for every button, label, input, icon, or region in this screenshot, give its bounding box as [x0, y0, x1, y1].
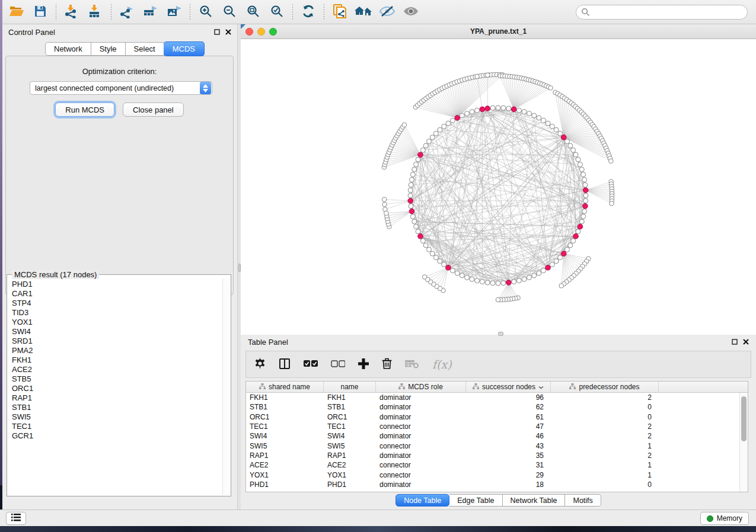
import-table-icon: [88, 4, 103, 20]
table-row[interactable]: ACE2ACE2connector311: [246, 460, 748, 470]
criterion-select[interactable]: largest connected component (undirected): [30, 81, 212, 95]
table-row[interactable]: SWI5SWI5connector431: [246, 441, 748, 450]
float-panel-icon[interactable]: [214, 28, 220, 37]
column-header-MCDS-role[interactable]: MCDS role: [376, 382, 466, 392]
mcds-result-item[interactable]: STP4: [12, 299, 222, 308]
delete-column-button[interactable]: [382, 358, 392, 371]
import-network-button[interactable]: [60, 2, 84, 22]
save-session-button[interactable]: [28, 2, 52, 22]
tab-style[interactable]: Style: [91, 42, 126, 56]
close-panel-button[interactable]: Close panel: [123, 102, 184, 117]
column-header-shared-name[interactable]: shared name: [246, 382, 324, 392]
mcds-result-item[interactable]: PHD1: [12, 280, 222, 289]
mcds-result-item[interactable]: TID3: [12, 308, 222, 318]
table-row[interactable]: FKH1FKH1dominator962: [246, 393, 748, 402]
cell-name: SWI4: [324, 432, 376, 440]
mcds-result-item[interactable]: STB1: [12, 403, 222, 412]
column-header-name[interactable]: name: [324, 382, 376, 392]
mcds-result-item[interactable]: CAR1: [12, 289, 222, 299]
table-row[interactable]: PHD1PHD1dominator180: [246, 480, 748, 489]
export-network-icon: [119, 4, 135, 20]
mcds-result-item[interactable]: ORC1: [12, 384, 222, 393]
clone-network-button[interactable]: [328, 2, 352, 22]
memory-status-icon: [707, 515, 713, 522]
table-row[interactable]: STB1STB1dominator620: [246, 402, 748, 412]
show-all-button[interactable]: [399, 2, 423, 22]
mcds-result-item[interactable]: FKH1: [12, 355, 222, 365]
unchecked-boxes-icon: [331, 360, 345, 370]
close-panel-icon[interactable]: [225, 28, 231, 37]
cell-shared-name: STB1: [246, 403, 324, 411]
tab-edge-table[interactable]: Edge Table: [449, 494, 502, 507]
zoom-out-button[interactable]: [218, 2, 241, 22]
import-table-button[interactable]: [84, 2, 107, 22]
select-all-columns-button[interactable]: [304, 360, 318, 370]
memory-button[interactable]: Memory: [700, 512, 749, 525]
vertical-splitter-handle[interactable]: [238, 264, 241, 272]
table-row[interactable]: ORC1ORC1dominator610: [246, 412, 748, 422]
search-input[interactable]: [576, 5, 748, 20]
mcds-result-item[interactable]: SWI5: [12, 412, 222, 422]
table-scrollbar-thumb[interactable]: [741, 396, 747, 441]
mcds-result-list[interactable]: PHD1CAR1STP4TID3YOX1SWI4SRD1PMA2FKH1ACE2…: [8, 278, 222, 495]
refresh-icon: [301, 4, 315, 20]
dock-corner-marker: [241, 24, 245, 29]
table-row[interactable]: RAP1RAP1dominator352: [246, 451, 748, 460]
tab-network[interactable]: Network: [45, 42, 91, 56]
tab-select[interactable]: Select: [126, 42, 164, 56]
zoom-selected-button[interactable]: [265, 2, 289, 22]
hide-selected-button[interactable]: [375, 2, 399, 22]
mcds-result-item[interactable]: SWI4: [12, 327, 222, 336]
tab-mcds[interactable]: MCDS: [164, 41, 205, 56]
search-field-wrap: [576, 5, 748, 20]
cell-predecessor-nodes: 2: [551, 422, 659, 431]
table-row[interactable]: TEC1TEC1connector472: [246, 422, 748, 431]
export-table-button[interactable]: [139, 2, 162, 22]
show-columns-button[interactable]: [279, 358, 291, 371]
mcds-result-item[interactable]: SRD1: [12, 336, 222, 346]
status-bar: Memory: [0, 509, 756, 526]
first-neighbors-button[interactable]: [352, 2, 375, 22]
open-file-button[interactable]: [5, 2, 28, 22]
mcds-result-item[interactable]: PMA2: [12, 346, 222, 355]
network-canvas[interactable]: [241, 39, 756, 335]
tab-network-table[interactable]: Network Table: [503, 494, 566, 507]
tab-node-table[interactable]: Node Table: [395, 494, 449, 507]
toolbar-separator: [324, 4, 324, 20]
run-mcds-button[interactable]: Run MCDS: [55, 102, 114, 117]
eye-slash-icon: [379, 4, 395, 20]
mcds-result-item[interactable]: ACE2: [12, 365, 222, 374]
column-header-predecessor-nodes[interactable]: predecessor nodes: [551, 382, 659, 392]
table-toolbar: f(x): [245, 351, 751, 378]
zoom-fit-button[interactable]: [241, 2, 265, 22]
cell-shared-name: SWI5: [246, 442, 324, 450]
table-settings-button[interactable]: [254, 358, 266, 371]
mcds-result-item[interactable]: STB5: [12, 374, 222, 384]
horizontal-splitter-handle[interactable]: [498, 332, 503, 336]
unselect-all-columns-button[interactable]: [331, 360, 345, 370]
mcds-list-scrollbar[interactable]: [222, 278, 230, 495]
mcds-result-item[interactable]: YOX1: [12, 318, 222, 327]
table-row[interactable]: SWI4SWI4dominator462: [246, 431, 748, 441]
mcds-result-item[interactable]: TEC1: [12, 422, 222, 431]
fx-icon: f(x): [432, 358, 452, 371]
add-column-button[interactable]: [358, 358, 369, 371]
float-table-panel-icon[interactable]: [732, 338, 738, 347]
zoom-in-button[interactable]: [194, 2, 218, 22]
zoom-in-icon: [199, 4, 213, 20]
attribute-tree-icon: [259, 383, 266, 391]
table-scrollbar[interactable]: [739, 393, 748, 492]
task-history-button[interactable]: [6, 512, 26, 525]
node-table: shared namenameMCDS rolesuccessor nodesp…: [245, 381, 748, 492]
mcds-result-item[interactable]: RAP1: [12, 393, 222, 403]
tab-motifs[interactable]: Motifs: [565, 494, 601, 507]
close-table-panel-icon[interactable]: [743, 338, 749, 347]
column-header-successor-nodes[interactable]: successor nodes: [466, 382, 551, 392]
refresh-view-button[interactable]: [296, 2, 320, 22]
mcds-result-item[interactable]: GCR1: [12, 431, 222, 441]
export-image-button[interactable]: [162, 2, 186, 22]
export-network-button[interactable]: [115, 2, 139, 22]
table-row[interactable]: YOX1YOX1connector291: [246, 470, 748, 479]
table-header-row: shared namenameMCDS rolesuccessor nodesp…: [246, 382, 748, 393]
delete-table-button-disabled: [405, 359, 419, 370]
